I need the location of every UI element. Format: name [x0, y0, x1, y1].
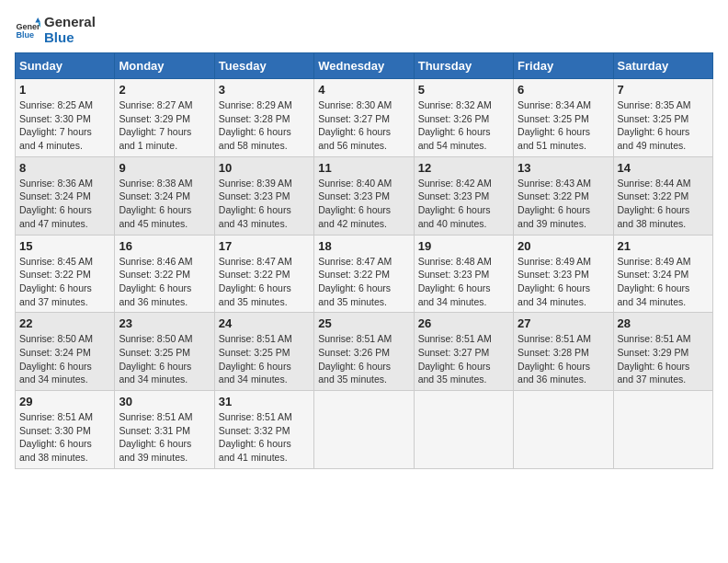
- day-info: Sunrise: 8:27 AM Sunset: 3:29 PM Dayligh…: [119, 98, 210, 153]
- calendar-cell: [514, 391, 613, 469]
- day-number: 5: [418, 83, 509, 97]
- calendar-cell: 11Sunrise: 8:40 AM Sunset: 3:23 PM Dayli…: [314, 156, 414, 235]
- day-number: 29: [19, 395, 110, 408]
- calendar-cell: 15Sunrise: 8:45 AM Sunset: 3:22 PM Dayli…: [16, 235, 115, 313]
- calendar-cell: 25Sunrise: 8:51 AM Sunset: 3:26 PM Dayli…: [314, 313, 414, 391]
- day-info: Sunrise: 8:51 AM Sunset: 3:28 PM Dayligh…: [518, 332, 609, 386]
- day-info: Sunrise: 8:25 AM Sunset: 3:30 PM Dayligh…: [19, 98, 110, 153]
- day-number: 24: [219, 316, 310, 330]
- day-number: 19: [418, 239, 509, 253]
- weekday-header-row: SundayMondayTuesdayWednesdayThursdayFrid…: [16, 53, 713, 79]
- day-info: Sunrise: 8:50 AM Sunset: 3:25 PM Dayligh…: [119, 332, 210, 386]
- day-number: 8: [19, 161, 110, 175]
- calendar-cell: 24Sunrise: 8:51 AM Sunset: 3:25 PM Dayli…: [214, 313, 313, 391]
- calendar-cell: 14Sunrise: 8:44 AM Sunset: 3:22 PM Dayli…: [613, 156, 712, 235]
- day-info: Sunrise: 8:45 AM Sunset: 3:22 PM Dayligh…: [19, 255, 110, 309]
- day-number: 25: [318, 316, 409, 330]
- day-number: 18: [318, 239, 409, 253]
- calendar-cell: 20Sunrise: 8:49 AM Sunset: 3:23 PM Dayli…: [514, 235, 613, 313]
- calendar-cell: 22Sunrise: 8:50 AM Sunset: 3:24 PM Dayli…: [16, 313, 115, 391]
- calendar-week-2: 8Sunrise: 8:36 AM Sunset: 3:24 PM Daylig…: [16, 156, 713, 235]
- day-info: Sunrise: 8:48 AM Sunset: 3:23 PM Dayligh…: [418, 255, 509, 309]
- day-number: 4: [318, 83, 409, 97]
- calendar-cell: 2Sunrise: 8:27 AM Sunset: 3:29 PM Daylig…: [115, 79, 214, 157]
- weekday-header-thursday: Thursday: [414, 53, 513, 79]
- calendar-week-1: 1Sunrise: 8:25 AM Sunset: 3:30 PM Daylig…: [16, 79, 713, 157]
- logo-blue: Blue: [44, 30, 96, 46]
- calendar-cell: 1Sunrise: 8:25 AM Sunset: 3:30 PM Daylig…: [16, 79, 115, 157]
- calendar-cell: 18Sunrise: 8:47 AM Sunset: 3:22 PM Dayli…: [314, 235, 414, 313]
- day-number: 17: [219, 239, 310, 253]
- logo-icon: General Blue: [15, 17, 40, 43]
- day-info: Sunrise: 8:47 AM Sunset: 3:22 PM Dayligh…: [318, 255, 409, 309]
- calendar-cell: 12Sunrise: 8:42 AM Sunset: 3:23 PM Dayli…: [414, 156, 513, 235]
- weekday-header-tuesday: Tuesday: [214, 53, 313, 79]
- day-info: Sunrise: 8:51 AM Sunset: 3:27 PM Dayligh…: [418, 332, 509, 386]
- day-info: Sunrise: 8:49 AM Sunset: 3:23 PM Dayligh…: [518, 255, 609, 309]
- day-info: Sunrise: 8:39 AM Sunset: 3:23 PM Dayligh…: [219, 177, 310, 231]
- calendar-week-4: 22Sunrise: 8:50 AM Sunset: 3:24 PM Dayli…: [16, 313, 713, 391]
- weekday-header-sunday: Sunday: [16, 53, 115, 79]
- page-header: General Blue General Blue: [15, 15, 713, 45]
- day-number: 2: [119, 83, 210, 97]
- day-info: Sunrise: 8:36 AM Sunset: 3:24 PM Dayligh…: [19, 177, 110, 231]
- day-info: Sunrise: 8:40 AM Sunset: 3:23 PM Dayligh…: [318, 177, 409, 231]
- day-info: Sunrise: 8:50 AM Sunset: 3:24 PM Dayligh…: [19, 332, 110, 386]
- day-number: 1: [19, 83, 110, 97]
- day-info: Sunrise: 8:49 AM Sunset: 3:24 PM Dayligh…: [618, 255, 709, 309]
- weekday-header-monday: Monday: [115, 53, 214, 79]
- calendar-body: 1Sunrise: 8:25 AM Sunset: 3:30 PM Daylig…: [16, 79, 713, 469]
- day-number: 6: [518, 83, 609, 97]
- svg-text:General: General: [16, 21, 40, 30]
- day-info: Sunrise: 8:51 AM Sunset: 3:29 PM Dayligh…: [618, 332, 709, 386]
- calendar-cell: 3Sunrise: 8:29 AM Sunset: 3:28 PM Daylig…: [214, 79, 313, 157]
- day-info: Sunrise: 8:34 AM Sunset: 3:25 PM Dayligh…: [518, 98, 609, 153]
- calendar-cell: 9Sunrise: 8:38 AM Sunset: 3:24 PM Daylig…: [115, 156, 214, 235]
- calendar-cell: 16Sunrise: 8:46 AM Sunset: 3:22 PM Dayli…: [115, 235, 214, 313]
- calendar-cell: 13Sunrise: 8:43 AM Sunset: 3:22 PM Dayli…: [514, 156, 613, 235]
- day-info: Sunrise: 8:51 AM Sunset: 3:32 PM Dayligh…: [219, 410, 310, 465]
- calendar-cell: 5Sunrise: 8:32 AM Sunset: 3:26 PM Daylig…: [414, 79, 513, 157]
- svg-text:Blue: Blue: [16, 30, 34, 40]
- svg-marker-2: [35, 17, 40, 23]
- day-info: Sunrise: 8:51 AM Sunset: 3:25 PM Dayligh…: [219, 332, 310, 386]
- day-info: Sunrise: 8:29 AM Sunset: 3:28 PM Dayligh…: [219, 98, 310, 153]
- day-info: Sunrise: 8:51 AM Sunset: 3:26 PM Dayligh…: [318, 332, 409, 386]
- calendar-cell: 23Sunrise: 8:50 AM Sunset: 3:25 PM Dayli…: [115, 313, 214, 391]
- day-number: 10: [219, 161, 310, 175]
- calendar-week-3: 15Sunrise: 8:45 AM Sunset: 3:22 PM Dayli…: [16, 235, 713, 313]
- calendar-cell: 4Sunrise: 8:30 AM Sunset: 3:27 PM Daylig…: [314, 79, 414, 157]
- day-number: 9: [119, 161, 210, 175]
- day-info: Sunrise: 8:43 AM Sunset: 3:22 PM Dayligh…: [518, 177, 609, 231]
- calendar-cell: 27Sunrise: 8:51 AM Sunset: 3:28 PM Dayli…: [514, 313, 613, 391]
- day-number: 28: [618, 316, 709, 330]
- day-number: 7: [618, 83, 709, 97]
- day-number: 31: [219, 395, 310, 408]
- calendar-cell: 30Sunrise: 8:51 AM Sunset: 3:31 PM Dayli…: [115, 391, 214, 469]
- day-info: Sunrise: 8:38 AM Sunset: 3:24 PM Dayligh…: [119, 177, 210, 231]
- day-info: Sunrise: 8:47 AM Sunset: 3:22 PM Dayligh…: [219, 255, 310, 309]
- day-number: 14: [618, 161, 709, 175]
- calendar-week-5: 29Sunrise: 8:51 AM Sunset: 3:30 PM Dayli…: [16, 391, 713, 469]
- calendar-cell: 31Sunrise: 8:51 AM Sunset: 3:32 PM Dayli…: [214, 391, 313, 469]
- calendar-cell: 17Sunrise: 8:47 AM Sunset: 3:22 PM Dayli…: [214, 235, 313, 313]
- day-number: 26: [418, 316, 509, 330]
- day-info: Sunrise: 8:32 AM Sunset: 3:26 PM Dayligh…: [418, 98, 509, 153]
- day-number: 11: [318, 161, 409, 175]
- day-number: 20: [518, 239, 609, 253]
- calendar-cell: 10Sunrise: 8:39 AM Sunset: 3:23 PM Dayli…: [214, 156, 313, 235]
- day-number: 21: [618, 239, 709, 253]
- calendar-cell: [613, 391, 712, 469]
- day-number: 15: [19, 239, 110, 253]
- day-info: Sunrise: 8:51 AM Sunset: 3:31 PM Dayligh…: [119, 410, 210, 465]
- calendar-cell: [414, 391, 513, 469]
- day-number: 16: [119, 239, 210, 253]
- weekday-header-saturday: Saturday: [613, 53, 712, 79]
- logo: General Blue General Blue: [15, 15, 96, 45]
- day-number: 3: [219, 83, 310, 97]
- calendar-cell: 28Sunrise: 8:51 AM Sunset: 3:29 PM Dayli…: [613, 313, 712, 391]
- day-info: Sunrise: 8:30 AM Sunset: 3:27 PM Dayligh…: [318, 98, 409, 153]
- weekday-header-friday: Friday: [514, 53, 613, 79]
- day-info: Sunrise: 8:44 AM Sunset: 3:22 PM Dayligh…: [618, 177, 709, 231]
- day-number: 30: [119, 395, 210, 408]
